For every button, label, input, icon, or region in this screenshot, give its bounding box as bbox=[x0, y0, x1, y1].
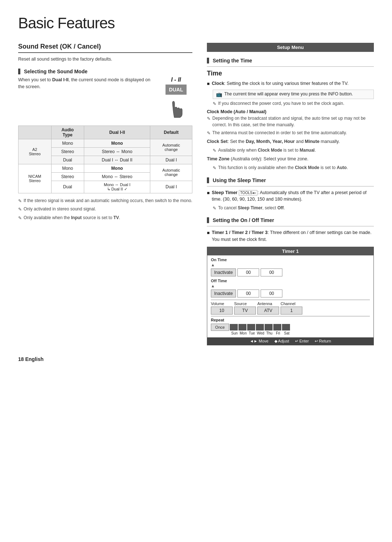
sleep-timer-note: ✎ To cancel Sleep Timer, select Off. bbox=[213, 205, 374, 212]
time-section-title: Time bbox=[207, 70, 374, 77]
dual-box: DUAL bbox=[166, 85, 187, 95]
clock-set-note: ✎ Available only when Clock Mode is set … bbox=[213, 147, 374, 154]
day-fri bbox=[273, 324, 281, 330]
clock-bullet: ■ Clock: Setting the clock is for using … bbox=[207, 80, 374, 87]
nav-enter: ↵ Enter bbox=[295, 339, 309, 344]
day-label-thu: Thu bbox=[265, 331, 273, 335]
on-off-timer-title: Setting the On / Off Timer bbox=[207, 217, 374, 223]
note-icon-clock-1: ✎ bbox=[213, 101, 216, 107]
square-bullet-sleep: ■ bbox=[207, 190, 210, 197]
off-time-hour: 00 bbox=[237, 290, 259, 297]
repeat-label: Repeat bbox=[211, 318, 370, 322]
sleep-timer-bullet: ■ Sleep Timer TOOLS⏯: Automatically shut… bbox=[207, 189, 374, 203]
tv-info-icon: 📺 bbox=[216, 91, 222, 97]
channel-value: 1 bbox=[281, 307, 302, 315]
channel-label: Channel bbox=[281, 301, 302, 306]
off-time-min: 00 bbox=[261, 290, 282, 297]
day-thu bbox=[265, 324, 273, 330]
dual-illustration: I - II DUAL bbox=[160, 77, 192, 120]
note-stereo-weak: ✎ If the stereo signal is weak and an au… bbox=[18, 198, 192, 204]
note-input-source: ✎ Only available when the Input source i… bbox=[18, 215, 192, 221]
setup-menu-bar: Setup Menu bbox=[207, 43, 374, 52]
square-bullet-timer: ■ bbox=[207, 230, 210, 237]
left-column: Sound Reset (OK / Cancel) Reset all soun… bbox=[18, 43, 192, 345]
clock-mode-note-2: ✎ The antenna must be connected in order… bbox=[207, 130, 374, 136]
day-label-wed: Wed bbox=[257, 331, 265, 335]
timer-settings-row: 10 TV ATV 1 bbox=[211, 307, 370, 315]
sound-reset-desc: Reset all sound settings to the factory … bbox=[18, 56, 192, 63]
on-time-min: 00 bbox=[261, 268, 282, 276]
off-time-label: Off Time bbox=[211, 279, 370, 283]
source-label: Source bbox=[234, 301, 256, 306]
clock-mode-title: Clock Mode (Auto / Manual) bbox=[207, 109, 374, 114]
day-mon bbox=[238, 324, 246, 330]
day-label-fri: Fri bbox=[274, 331, 282, 335]
note-icon-clock-set: ✎ bbox=[213, 148, 216, 154]
info-box-1: 📺 The current time will appear every tim… bbox=[213, 90, 374, 99]
clock-note-1: ✎ If you disconnect the power cord, you … bbox=[213, 100, 374, 107]
page-title: Basic Features bbox=[18, 15, 374, 32]
timer-nav-bar: ◄► Move ◆ Adjust ↵ Enter ↩ Return bbox=[207, 337, 373, 345]
on-off-timer-bullet: ■ Timer 1 / Timer 2 / Timer 3: Three dif… bbox=[207, 229, 374, 243]
note-stereo-signal: ✎ Only activated in stereo sound signal. bbox=[18, 206, 192, 213]
nav-adjust: ◆ Adjust bbox=[274, 339, 289, 344]
clock-mode-note-1: ✎ Depending on the broadcast station and… bbox=[207, 115, 374, 128]
timer-days-row: Once bbox=[211, 324, 370, 331]
off-time-row: Inactivate 00 00 bbox=[211, 290, 370, 297]
note-icon-time-zone: ✎ bbox=[213, 165, 216, 171]
off-time-inactivate: Inactivate bbox=[211, 290, 236, 297]
note-icon-3: ✎ bbox=[18, 215, 22, 221]
day-wed bbox=[256, 324, 264, 330]
nav-move: ◄► Move bbox=[250, 339, 269, 344]
selecting-sound-mode-title: Selecting the Sound Mode bbox=[18, 69, 192, 74]
volume-label: Volume bbox=[211, 301, 233, 306]
time-zone-note: ✎ This function is only available when t… bbox=[213, 165, 374, 171]
day-sat bbox=[282, 324, 290, 330]
sound-reset-title: Sound Reset (OK / Cancel) bbox=[18, 43, 192, 53]
nav-return: ↩ Return bbox=[315, 339, 331, 344]
on-time-hour: 00 bbox=[237, 268, 259, 276]
day-tue bbox=[247, 324, 255, 330]
day-label-tue: Tue bbox=[248, 331, 256, 335]
hand-icon bbox=[163, 98, 189, 119]
dual-description: When you set to Dual I-II, the current s… bbox=[18, 77, 152, 90]
on-time-inactivate: Inactivate bbox=[211, 268, 236, 276]
day-label-sat: Sat bbox=[283, 331, 291, 335]
note-icon-clock-mode-1: ✎ bbox=[207, 116, 211, 122]
clock-set-text: Clock Set: Set the Day, Month, Year, Hou… bbox=[207, 138, 374, 145]
audio-table: AudioType Dual I-II Default A2Stereo Mon… bbox=[18, 126, 192, 193]
source-value: TV bbox=[234, 307, 256, 315]
antenna-label: Antenna bbox=[257, 301, 279, 306]
repeat-value: Once bbox=[211, 324, 229, 331]
dual-label: I - II bbox=[160, 77, 192, 83]
timer-ui: Timer 1 On Time ▲ Inactivate 00 00 Off T… bbox=[207, 247, 374, 345]
square-bullet-icon: ■ bbox=[207, 81, 210, 87]
page-number: 18 English bbox=[18, 356, 374, 362]
note-icon-1: ✎ bbox=[18, 198, 22, 204]
antenna-value: ATV bbox=[257, 307, 279, 315]
setting-time-title: Setting the Time bbox=[207, 58, 374, 63]
on-time-row: Inactivate 00 00 bbox=[211, 268, 370, 276]
volume-value: 10 bbox=[211, 307, 233, 315]
note-icon-sleep: ✎ bbox=[213, 205, 216, 212]
day-label-sun: Sun bbox=[230, 331, 238, 335]
right-column: Setup Menu Setting the Time Time ■ Clock… bbox=[207, 43, 374, 345]
timer-header: Timer 1 bbox=[207, 247, 373, 255]
note-icon-2: ✎ bbox=[18, 206, 22, 213]
note-icon-clock-mode-2: ✎ bbox=[207, 130, 211, 136]
time-zone-text: Time Zone (Australia only): Select your … bbox=[207, 156, 374, 163]
sleep-timer-title: Using the Sleep Timer bbox=[207, 177, 374, 183]
day-sun bbox=[230, 324, 238, 330]
day-label-mon: Mon bbox=[239, 331, 247, 335]
on-time-label: On Time bbox=[211, 258, 370, 262]
